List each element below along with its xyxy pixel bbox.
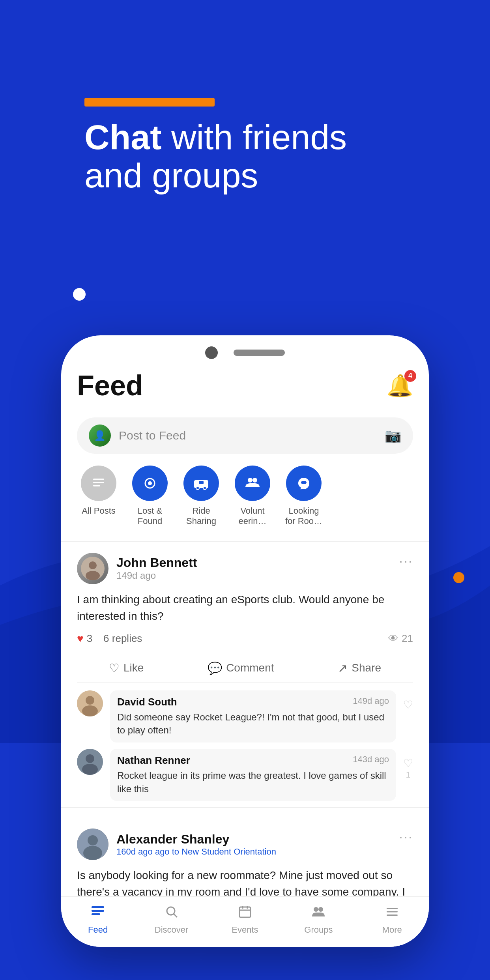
post-2-more-button[interactable]: ··· (399, 829, 413, 845)
hero-text: Chat with friends and groups (84, 118, 347, 195)
alexander-shanley-info: Alexander Shanley 160d ago ago to New St… (116, 832, 276, 857)
svg-point-7 (196, 486, 199, 490)
post-to-feed-bar[interactable]: 👤 Post to Feed 📷 (77, 417, 413, 454)
post-1-views: 👁 21 (388, 632, 413, 645)
category-lost-found[interactable]: Lost &Found (128, 466, 172, 527)
svg-point-11 (252, 478, 257, 483)
comment-button[interactable]: 💬 Comment (208, 661, 274, 675)
svg-point-20 (82, 764, 98, 775)
svg-point-23 (83, 846, 102, 860)
svg-rect-25 (92, 910, 104, 912)
comment-2-meta: Nathan Renner 143d ago (117, 754, 389, 767)
phone-top-bar (61, 335, 429, 365)
nav-feed[interactable]: Feed (78, 905, 118, 935)
nav-discover[interactable]: Discover (152, 905, 191, 935)
feed-header: Feed 🔔 4 (77, 365, 413, 406)
comment-1-text: Did someone say Rocket League?! I'm not … (117, 711, 389, 737)
svg-rect-24 (92, 906, 104, 908)
feed-nav-label: Feed (88, 925, 108, 935)
phone-speaker (234, 350, 285, 356)
svg-point-10 (248, 478, 252, 483)
heart-icon: ♥ (77, 632, 84, 645)
feed-title: Feed (77, 369, 143, 402)
bottom-navigation: Feed Discover Events (61, 896, 429, 947)
roommate-label: Lookingfor Roo… (285, 506, 322, 527)
comment-1-body: David South 149d ago Did someone say Roc… (110, 690, 396, 742)
nathan-renner-avatar (77, 749, 103, 775)
events-nav-label: Events (232, 925, 258, 935)
comment-1-meta: David South 149d ago (117, 696, 389, 708)
share-button[interactable]: ↗ Share (338, 661, 381, 675)
volunteering-icon (235, 466, 270, 501)
nav-more[interactable]: More (372, 905, 412, 935)
feed-nav-icon (91, 905, 105, 922)
svg-point-34 (318, 907, 323, 912)
lost-found-icon (132, 466, 168, 501)
camera-icon[interactable]: 📷 (385, 428, 401, 443)
post-2-header: Alexander Shanley 160d ago ago to New St… (77, 819, 413, 860)
svg-point-8 (203, 486, 206, 490)
svg-point-4 (148, 481, 152, 485)
comment-1: David South 149d ago Did someone say Roc… (77, 690, 413, 742)
svg-rect-9 (199, 481, 204, 484)
post-2-author-name: Alexander Shanley (116, 832, 276, 847)
comment-2-text: Rocket league in its prime was the great… (117, 769, 389, 795)
svg-rect-35 (387, 908, 398, 909)
like-icon: ♡ (109, 661, 120, 675)
category-roommate[interactable]: Lookingfor Roo… (282, 466, 325, 527)
comment-2-time: 143d ago (353, 754, 389, 767)
svg-rect-26 (92, 913, 100, 915)
post-1-time: 149d ago (116, 570, 197, 581)
post-1-more-button[interactable]: ··· (399, 553, 413, 569)
post-2-time: 160d ago ago to New Student Orientation (116, 847, 276, 857)
svg-point-17 (82, 705, 98, 716)
groups-nav-label: Groups (304, 925, 333, 935)
user-avatar-post: 👤 (89, 425, 111, 447)
svg-rect-2 (93, 485, 100, 486)
svg-point-14 (86, 571, 100, 580)
all-posts-icon (81, 466, 116, 501)
app-content: Feed 🔔 4 👤 Post to Feed 📷 (61, 365, 429, 925)
events-nav-icon (238, 905, 252, 922)
post-1-stats: ♥ 3 6 replies 👁 21 (77, 632, 413, 645)
comment-2: Nathan Renner 143d ago Rocket league in … (77, 749, 413, 801)
post-1-header: John Bennett 149d ago ··· (77, 553, 413, 584)
alexander-shanley-avatar (77, 829, 108, 860)
post-1-replies: 6 replies (103, 632, 142, 645)
notification-button[interactable]: 🔔 4 (387, 373, 413, 398)
section-divider-2 (61, 807, 429, 808)
decorative-dot-1 (73, 288, 86, 301)
comment-1-like-button[interactable]: ♡ (403, 694, 413, 711)
phone-mockup: Feed 🔔 4 👤 Post to Feed 📷 (61, 335, 429, 947)
share-icon: ↗ (338, 661, 348, 675)
discover-nav-label: Discover (155, 925, 189, 935)
accent-bar (84, 98, 215, 107)
post-1-author-name: John Bennett (116, 555, 197, 570)
ride-sharing-icon (183, 466, 219, 501)
category-ride-sharing[interactable]: RideSharing (180, 466, 223, 527)
nav-events[interactable]: Events (225, 905, 265, 935)
svg-line-28 (174, 914, 177, 917)
category-volunteering[interactable]: Volunteerin… (231, 466, 274, 527)
svg-rect-37 (387, 915, 398, 916)
svg-point-19 (86, 754, 94, 763)
comment-2-body: Nathan Renner 143d ago Rocket league in … (110, 749, 396, 801)
svg-point-16 (86, 696, 94, 705)
views-icon: 👁 (388, 632, 398, 645)
post-1-text: I am thinking about creating an eSports … (77, 591, 413, 625)
ride-sharing-label: RideSharing (186, 506, 216, 527)
svg-point-22 (88, 835, 98, 845)
comment-2-name: Nathan Renner (117, 754, 190, 767)
category-all-posts[interactable]: All Posts (77, 466, 120, 527)
groups-nav-icon (311, 905, 325, 922)
nav-groups[interactable]: Groups (299, 905, 338, 935)
comment-2-like-button[interactable]: ♡ (403, 753, 413, 770)
notification-badge: 4 (404, 370, 416, 382)
svg-rect-0 (93, 479, 104, 480)
like-button[interactable]: ♡ Like (109, 661, 144, 675)
lost-found-label: Lost &Found (138, 506, 162, 527)
post-card-1: John Bennett 149d ago ··· I am thinking … (77, 553, 413, 801)
comment-1-time: 149d ago (353, 696, 389, 708)
david-south-avatar (77, 690, 103, 716)
svg-rect-29 (239, 907, 251, 917)
